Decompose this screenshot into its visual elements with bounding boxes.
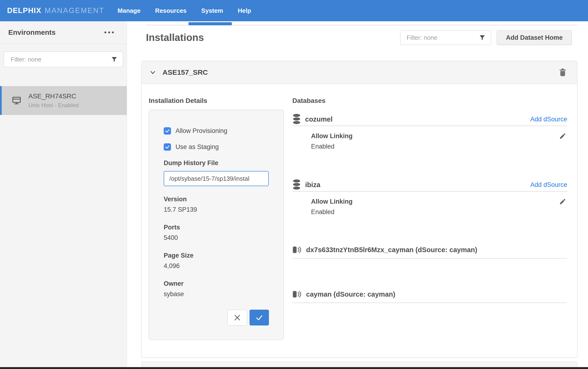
installation-details-column: Installation Details Allow Provisioning: [149, 97, 284, 340]
details-action-buttons: [227, 310, 269, 326]
filter-funnel-icon[interactable]: [479, 35, 485, 41]
bottom-edge-strip: [0, 367, 588, 369]
dsource-row: dx7s633tnzYtnB5lr6Mzx_cayman (dSource: c…: [292, 246, 567, 258]
ports-value: 5400: [164, 234, 269, 242]
database-entry-cozumel: cozumel Add dSource Allow Linking: [292, 113, 567, 150]
top-nav-bar: DELPHIX MANAGEMENT Manage Resources Syst…: [0, 0, 588, 21]
environment-status: Unix Host - Enabled: [28, 102, 79, 109]
delphix-management-screen: DELPHIX MANAGEMENT Manage Resources Syst…: [0, 0, 588, 369]
filter-funnel-icon[interactable]: [111, 56, 117, 62]
allow-provisioning-row: Allow Provisioning: [164, 127, 269, 134]
owner-value: sybase: [164, 290, 269, 298]
installation-panel: ASE157_SRC Installation Details: [142, 61, 577, 358]
environments-sidebar: Environments ••• ASE_RH74SRC Unix Host -…: [0, 21, 127, 369]
ports-label: Ports: [164, 224, 269, 231]
tab-bar: [146, 25, 577, 25]
chevron-down-icon[interactable]: [149, 69, 156, 76]
database-properties: Allow Linking Enabled: [292, 192, 567, 216]
installation-details-heading: Installation Details: [149, 97, 284, 104]
database-name-row: ibiza Add dSource: [292, 179, 567, 192]
page-size-field: Page Size 4,096: [164, 252, 269, 270]
page-header: Installations Add Dataset Home: [146, 30, 572, 45]
main-content: Installations Add Dataset Home: [127, 21, 588, 369]
installation-panel-header: ASE157_SRC: [142, 61, 577, 84]
use-as-staging-checkbox[interactable]: [164, 143, 171, 151]
databases-heading: Databases: [292, 97, 567, 104]
brand-secondary: MANAGEMENT: [45, 6, 104, 15]
database-icon: [292, 114, 301, 125]
add-dsource-link[interactable]: Add dSource: [530, 181, 567, 188]
nav-help[interactable]: Help: [238, 7, 251, 14]
page-size-label: Page Size: [164, 252, 269, 259]
dump-history-file-label: Dump History File: [164, 159, 269, 167]
database-name: ibiza: [305, 181, 320, 189]
use-as-staging-label: Use as Staging: [175, 143, 219, 151]
owner-label: Owner: [164, 280, 269, 287]
dsource-row: cayman (dSource: cayman): [292, 290, 567, 303]
close-icon: [233, 314, 241, 322]
nav-system[interactable]: System: [201, 7, 223, 14]
sidebar-header: Environments •••: [0, 21, 127, 44]
edit-pencil-icon[interactable]: [559, 198, 566, 205]
add-dsource-link[interactable]: Add dSource: [530, 116, 567, 123]
database-icon: [292, 179, 301, 191]
sidebar-title: Environments: [8, 28, 56, 36]
brand-primary: DELPHIX: [7, 6, 41, 15]
installations-filter: [400, 30, 491, 45]
installation-panel-body: Installation Details Allow Provisioning: [142, 84, 577, 358]
page-size-value: 4,096: [164, 262, 269, 270]
allow-linking-label: Allow Linking: [311, 133, 353, 140]
allow-linking-value: Enabled: [311, 143, 567, 150]
allow-linking-label: Allow Linking: [311, 198, 353, 205]
database-entry-ibiza: ibiza Add dSource Allow Linking: [292, 179, 567, 216]
allow-linking-value: Enabled: [311, 208, 567, 216]
environment-filter-input[interactable]: [4, 51, 123, 67]
environment-name: ASE_RH74SRC: [28, 92, 79, 100]
use-as-staging-row: Use as Staging: [164, 143, 269, 151]
version-value: 15.7 SP139: [164, 206, 269, 213]
page-header-actions: Add Dataset Home: [400, 30, 572, 45]
active-tab-indicator: [189, 22, 232, 25]
top-nav-menu: Manage Resources System Help: [118, 7, 251, 14]
ports-field: Ports 5400: [164, 224, 269, 242]
installation-details-card: Allow Provisioning Use as Staging Dump H…: [149, 110, 284, 340]
host-icon: [11, 95, 22, 106]
allow-provisioning-checkbox[interactable]: [164, 127, 171, 134]
database-properties: Allow Linking Enabled: [292, 126, 567, 150]
page-title: Installations: [146, 32, 204, 43]
database-name: cozumel: [305, 115, 333, 123]
edit-pencil-icon[interactable]: [559, 133, 566, 140]
environment-filter: [4, 51, 123, 67]
owner-field: Owner sybase: [164, 280, 269, 298]
trash-icon[interactable]: [559, 68, 567, 77]
ellipsis-menu-icon[interactable]: •••: [104, 29, 115, 36]
dsource-name: cayman (dSource: cayman): [306, 290, 395, 298]
nav-resources[interactable]: Resources: [155, 7, 187, 14]
check-icon: [255, 313, 264, 322]
installations-filter-input[interactable]: [400, 30, 491, 45]
app-logo: DELPHIX MANAGEMENT: [7, 6, 104, 15]
dsource-icon: [292, 290, 302, 298]
version-label: Version: [164, 196, 269, 203]
nav-manage[interactable]: Manage: [118, 7, 141, 14]
add-dataset-home-button[interactable]: Add Dataset Home: [497, 30, 572, 45]
installation-title: ASE157_SRC: [162, 68, 559, 76]
confirm-button[interactable]: [250, 310, 269, 326]
allow-linking-row: Allow Linking: [311, 133, 567, 140]
cancel-button[interactable]: [227, 310, 247, 326]
environment-item-text: ASE_RH74SRC Unix Host - Enabled: [28, 92, 79, 109]
sidebar-item-environment[interactable]: ASE_RH74SRC Unix Host - Enabled: [0, 86, 127, 115]
allow-provisioning-label: Allow Provisioning: [175, 127, 227, 134]
version-field: Version 15.7 SP139: [164, 196, 269, 213]
allow-linking-row: Allow Linking: [311, 198, 567, 205]
database-name-row: cozumel Add dSource: [292, 113, 567, 126]
dsource-name: dx7s633tnzYtnB5lr6Mzx_cayman (dSource: c…: [306, 246, 477, 254]
dump-history-file-input[interactable]: [164, 171, 269, 186]
dsource-icon: [292, 246, 302, 254]
databases-column: Databases cozumel: [292, 97, 567, 303]
